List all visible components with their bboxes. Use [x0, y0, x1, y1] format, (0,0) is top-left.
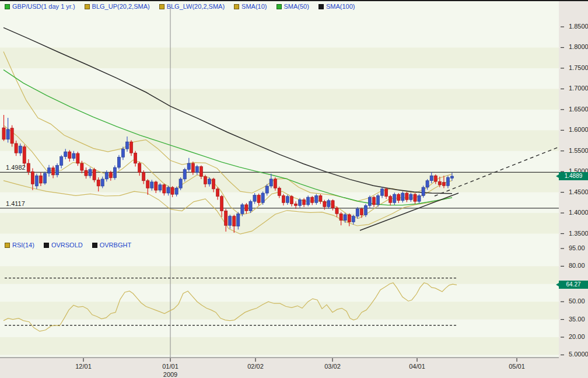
candle-body — [56, 166, 59, 175]
candle — [376, 194, 379, 206]
legend-item-label: BLG_UP(20,2,SMA) — [92, 3, 150, 10]
candle-body — [344, 215, 346, 220]
candle-body — [15, 144, 18, 153]
candle-body — [356, 209, 359, 216]
candle-body — [76, 153, 79, 163]
candle-body — [237, 214, 240, 226]
candle-body — [270, 179, 272, 186]
candle-body — [446, 177, 449, 186]
candle-body — [109, 173, 112, 178]
candle-body — [422, 187, 425, 195]
candle-body — [68, 152, 71, 158]
x-axis-month-label: 04/01 — [409, 363, 425, 370]
candle-body — [327, 201, 330, 207]
legend-item-label: GBP/USD(1 day 1 yr.) — [12, 3, 75, 10]
legend-item-label: OVRSOLD — [51, 242, 83, 249]
legend-item: BLG_LW(20,2,SMA) — [159, 3, 225, 10]
candle-body — [290, 197, 293, 204]
candle-body — [52, 168, 55, 175]
candle — [117, 155, 120, 170]
rsi-axis-tick-label: 35.00 — [569, 316, 585, 323]
candle-body — [401, 193, 404, 201]
candle-body — [216, 189, 219, 197]
series-swatch-icon — [159, 4, 164, 9]
candle-body — [261, 193, 264, 202]
candle-body — [294, 204, 297, 206]
candle-body — [450, 176, 453, 178]
x-axis-month-label: 01/01 — [162, 363, 178, 370]
price-axis-tick-label: 1.7000 — [569, 85, 588, 92]
price-stripe — [0, 48, 559, 69]
legend-item-label: SMA(100) — [326, 3, 355, 10]
candle-body — [245, 205, 248, 211]
candle-body — [27, 163, 30, 172]
candle-body — [442, 183, 445, 186]
legend-item: RSI(14) — [5, 242, 34, 249]
candle-body — [220, 197, 223, 211]
series-swatch-icon — [318, 4, 324, 9]
series-swatch-icon — [5, 4, 10, 9]
candle-body — [323, 201, 326, 206]
price-axis-tick-label: 1.4000 — [569, 209, 588, 216]
price-axis-tick-label: 1.7500 — [569, 64, 588, 71]
current-price-badge: 1.4889 — [559, 172, 588, 180]
candle-body — [257, 195, 260, 203]
candle-body — [23, 147, 26, 163]
series-swatch-icon — [44, 243, 49, 248]
main-legend: GBP/USD(1 day 1 yr.)BLG_UP(20,2,SMA)BLG_… — [5, 3, 355, 10]
candle-body — [130, 142, 132, 153]
candle-body — [405, 193, 408, 200]
candle-body — [348, 215, 351, 222]
candle-body — [179, 179, 182, 188]
candle-body — [101, 179, 104, 186]
candle-body — [212, 179, 215, 189]
candle-body — [72, 153, 75, 159]
candle-body — [150, 182, 153, 188]
candle-body — [163, 185, 166, 193]
candle-body — [233, 216, 236, 226]
candle-body — [191, 163, 194, 173]
candle-body — [303, 200, 306, 205]
candle-body — [299, 200, 302, 205]
candle-body — [64, 152, 67, 157]
candle-body — [39, 176, 42, 183]
price-stripe — [0, 89, 559, 110]
candle — [10, 125, 13, 147]
candle-body — [311, 197, 314, 202]
candle-body — [352, 216, 355, 222]
candle-body — [183, 170, 186, 179]
series-swatch-icon — [85, 4, 90, 9]
candle — [43, 172, 46, 185]
chart-surface[interactable] — [0, 1, 588, 378]
price-axis-tick-label: 1.3500 — [569, 230, 588, 237]
candle-body — [195, 167, 198, 173]
candle-body — [85, 170, 88, 176]
candle-body — [265, 186, 268, 193]
candle-body — [389, 197, 392, 203]
candle-body — [105, 173, 108, 179]
price-stripe — [0, 213, 559, 233]
price-axis-tick-label: 1.4500 — [569, 188, 588, 195]
legend-item-label: RSI(14) — [12, 242, 34, 249]
candle-body — [48, 168, 51, 173]
candle-body — [225, 211, 228, 226]
candle-body — [319, 195, 322, 201]
candle-body — [430, 176, 433, 181]
candle-body — [142, 173, 145, 181]
x-axis-month-label: 03/02 — [324, 363, 341, 370]
legend-item-label: OVRBGHT — [100, 242, 131, 249]
rsi-axis-tick-label: 5.0000 — [569, 351, 588, 358]
candle-body — [410, 194, 412, 200]
candle-body — [385, 189, 388, 197]
candle — [113, 166, 116, 180]
candle-body — [125, 142, 128, 149]
candle-body — [340, 214, 342, 220]
rsi-legend: RSI(14)OVRSOLDOVRBGHT — [5, 242, 131, 249]
x-axis-month-label: 02/02 — [247, 363, 264, 370]
candle-body — [418, 195, 421, 201]
candle-body — [208, 179, 211, 184]
series-swatch-icon — [92, 243, 97, 248]
candle-body — [10, 128, 13, 144]
rsi-axis-tick-label: 20.00 — [569, 333, 585, 340]
candle-body — [315, 195, 318, 202]
